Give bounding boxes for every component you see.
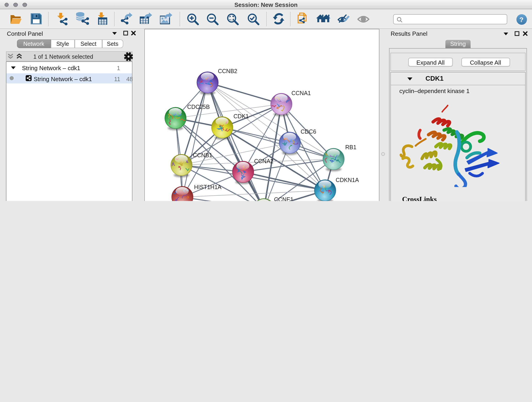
svg-text:HIST1H1A: HIST1H1A: [194, 184, 222, 190]
svg-text:CDC6: CDC6: [301, 128, 316, 134]
svg-text:CCNA2: CCNA2: [254, 158, 273, 164]
svg-text:CDK1: CDK1: [234, 113, 249, 119]
svg-text:CDC25B: CDC25B: [187, 103, 210, 110]
svg-text:CCNB1: CCNB1: [193, 152, 212, 158]
svg-text:CCNB2: CCNB2: [218, 68, 237, 74]
svg-text:CCNE1: CCNE1: [274, 196, 293, 201]
svg-text:RB1: RB1: [345, 144, 356, 150]
svg-text:CDKN1A: CDKN1A: [336, 177, 359, 183]
svg-text:CCNA1: CCNA1: [291, 89, 311, 96]
